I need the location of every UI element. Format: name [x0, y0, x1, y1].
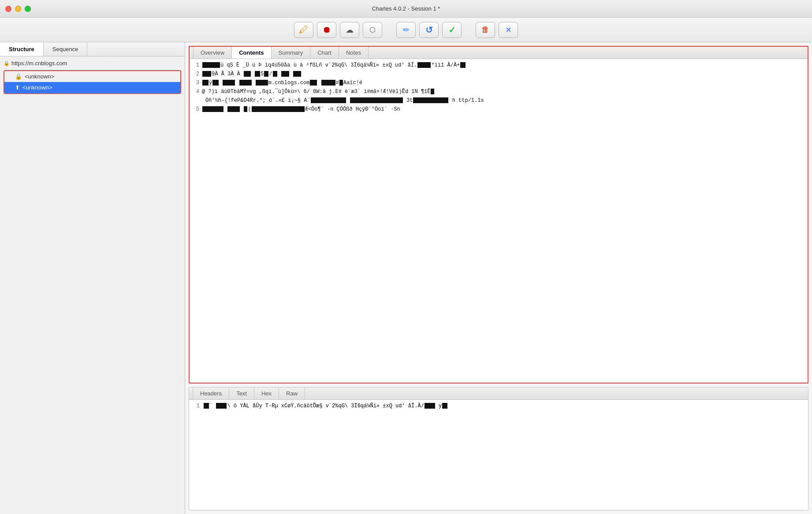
tree-root-item[interactable]: 🔒 https://m.cnblogs.com [0, 58, 185, 68]
main-content: Structure Sequence 🔒 https://m.cnblogs.c… [0, 42, 812, 514]
traffic-lights [5, 6, 31, 12]
throttle-button[interactable]: ☁ [340, 22, 359, 38]
tab-summary[interactable]: Summary [272, 47, 311, 59]
pointer-tool-button[interactable]: 🖊 [294, 22, 313, 38]
content-line-4b: Oñ'½h-{!feP&D4Rr.*; ó¨.«£ ì¡~§ A¨ 3t h t… [202, 96, 806, 105]
tree-child-2[interactable]: ⬆ <unknown> [4, 82, 180, 93]
top-panel: Overview Contents Summary Chart Notes 1 … [189, 46, 808, 384]
line-numbers: 1 2 3 4 5 [191, 61, 202, 381]
tools-button[interactable]: ✕ [499, 22, 518, 38]
bottom-line-1: 1 ` \ ö YÀL åÛy T·Rµ xCøŸ.ñcäötÕæ§ v¨2%q… [191, 402, 806, 410]
sidebar: Structure Sequence 🔒 https://m.cnblogs.c… [0, 42, 185, 514]
minimize-button[interactable] [15, 6, 21, 12]
close-button[interactable] [5, 6, 11, 12]
refresh-button[interactable]: ↺ [419, 22, 439, 38]
sidebar-tree: 🔒 https://m.cnblogs.com 🔒 <unknown> ⬆ <u… [0, 56, 185, 514]
bottom-line-1-text: ` \ ö YÀL åÛy T·Rµ xCøŸ.ñcäötÕæ§ v¨2%qG\… [203, 402, 448, 410]
tab-raw[interactable]: Raw [279, 387, 305, 399]
tab-contents[interactable]: Contents [232, 47, 271, 59]
tab-hex[interactable]: Hex [254, 387, 279, 399]
tab-text[interactable]: Text [229, 387, 254, 399]
line-number: 1 [191, 402, 200, 410]
bottom-content: 1 ` \ ö YÀL åÛy T·Rµ xCøŸ.ñcäötÕæ§ v¨2%q… [189, 400, 808, 510]
window-title: Charles 4.0.2 - Session 1 * [372, 5, 440, 12]
tab-headers[interactable]: Headers [193, 387, 229, 399]
tab-overview[interactable]: Overview [193, 47, 232, 59]
tree-root-label: https://m.cnblogs.com [11, 60, 67, 67]
content-line-3: ÿ m.cnblogs.com #Aaïc!é [202, 78, 806, 87]
toolbar: 🖊 ⏺ ☁ ⬡ ✏ ↺ ✓ 🗑 ✕ [0, 18, 812, 42]
tab-notes[interactable]: Notes [339, 47, 369, 59]
tree-child-2-label: <unknown> [22, 84, 52, 91]
bottom-tabs: Headers Text Hex Raw [189, 387, 808, 400]
lock-small-icon: 🔒 [8, 73, 22, 80]
content-line-5: (Æ<Òo¶¨ -n ÇÓÖßð HçÿÐ¨°Òoì` ·Sn [202, 105, 806, 114]
bottom-panel: Headers Text Hex Raw 1 ` \ ö YÀL åÛy T·R… [189, 387, 808, 510]
sidebar-tabs: Structure Sequence [0, 42, 185, 56]
content-line-1: ü qS È _Ü ú Þ ìq4ú50åa ù à ²fßLñ v¨2%qG\… [202, 61, 806, 70]
right-panel: Overview Contents Summary Chart Notes 1 … [185, 42, 812, 514]
upload-icon: ⬆ [8, 84, 20, 91]
tree-child-1-label: <unknown> [25, 73, 54, 80]
content-area: 1 2 3 4 5 ü qS È _Ü ú Þ ìq4ú50åa ù à ²fß… [190, 59, 808, 383]
panel-tabs: Overview Contents Summary Chart Notes [190, 47, 808, 59]
lock-icon: 🔒 [4, 60, 10, 66]
titlebar: Charles 4.0.2 - Session 1 * [0, 0, 812, 18]
content-line-4: @ ?)ì äù0TbãMŸ=vg ,ßqi.¯ù]Ôkù=\ 6/ 8W:â … [202, 87, 806, 96]
tab-sequence[interactable]: Sequence [44, 42, 88, 56]
content-line-2: 9À Ã 3À À 5/ [202, 70, 806, 78]
check-button[interactable]: ✓ [442, 22, 462, 38]
pen-tool-button[interactable]: ✏ [396, 22, 416, 38]
tab-chart[interactable]: Chart [310, 47, 339, 59]
maximize-button[interactable] [25, 6, 31, 12]
tree-selection-box: 🔒 <unknown> ⬆ <unknown> [4, 70, 181, 94]
tree-child-1[interactable]: 🔒 <unknown> [4, 71, 180, 82]
record-button[interactable]: ⏺ [317, 22, 336, 38]
tab-structure[interactable]: Structure [0, 42, 44, 56]
trash-button[interactable]: 🗑 [476, 22, 495, 38]
content-lines: ü qS È _Ü ú Þ ìq4ú50åa ù à ²fßLñ v¨2%qG\… [202, 61, 806, 381]
stop-button[interactable]: ⬡ [363, 22, 382, 38]
